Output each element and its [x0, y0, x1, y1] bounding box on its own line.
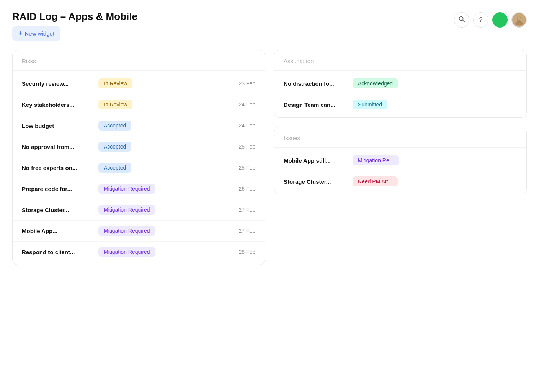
status-badge: Mitigation Required [98, 205, 155, 215]
status-badge: Need PM Att... [353, 176, 398, 186]
row-badge-wrap: Mitigation Required [98, 247, 238, 257]
row-name: No free experts on... [22, 165, 98, 171]
table-row[interactable]: Prepare code for...Mitigation Required26… [13, 178, 265, 199]
table-row[interactable]: Security review...In Review23 Feb [13, 73, 265, 94]
row-date: 26 Feb [238, 186, 255, 192]
status-badge: Mitigation Required [98, 226, 155, 236]
search-icon [458, 16, 465, 24]
row-badge-wrap: Need PM Att... [353, 176, 517, 186]
page-header: RAID Log – Apps & Mobile + New widget ? … [12, 11, 527, 41]
right-panels: Assumption No distraction fo...Acknowled… [274, 50, 527, 194]
page-title: RAID Log – Apps & Mobile [12, 11, 137, 23]
row-name: Security review... [22, 80, 98, 87]
table-row[interactable]: No approval from...Accepted25 Feb [13, 136, 265, 157]
status-badge: Accepted [98, 163, 131, 173]
row-name: Mobile App still... [284, 157, 353, 164]
row-name: Key stakeholders... [22, 101, 98, 108]
table-row[interactable]: No distraction fo...Acknowledged [274, 73, 526, 94]
row-date: 24 Feb [238, 101, 255, 108]
status-badge: In Review [98, 100, 132, 109]
row-name: Mobile App... [22, 228, 98, 234]
row-date: 25 Feb [238, 165, 255, 171]
row-badge-wrap: Mitigation Required [98, 226, 238, 236]
issues-panel-title: Issues [274, 127, 526, 148]
add-button[interactable]: + [492, 12, 508, 28]
status-badge: In Review [98, 78, 132, 88]
table-row[interactable]: No free experts on...Accepted25 Feb [13, 157, 265, 178]
table-row[interactable]: Low budgetAccepted24 Feb [13, 115, 265, 136]
row-date: 25 Feb [238, 144, 255, 150]
assumption-panel-title: Assumption [274, 50, 526, 71]
help-button[interactable]: ? [473, 12, 488, 28]
row-badge-wrap: Submitted [353, 100, 517, 109]
row-name: Prepare code for... [22, 186, 98, 192]
help-icon: ? [479, 16, 482, 24]
row-badge-wrap: In Review [98, 100, 238, 109]
row-name: No approval from... [22, 144, 98, 150]
row-badge-wrap: Acknowledged [353, 78, 517, 88]
row-date: 27 Feb [238, 207, 255, 213]
assumption-rows: No distraction fo...AcknowledgedDesign T… [274, 71, 526, 117]
plus-icon: + [18, 29, 23, 38]
table-row[interactable]: Storage Cluster...Mitigation Required27 … [13, 199, 265, 220]
row-badge-wrap: Accepted [98, 163, 238, 173]
svg-line-1 [463, 20, 465, 22]
table-row[interactable]: Mobile App...Mitigation Required27 Feb [13, 220, 265, 242]
row-badge-wrap: Mitigation Re... [353, 155, 517, 165]
row-badge-wrap: Mitigation Required [98, 184, 238, 194]
status-badge: Mitigation Re... [353, 155, 399, 165]
header-left: RAID Log – Apps & Mobile + New widget [12, 11, 137, 41]
row-name: No distraction fo... [284, 80, 353, 87]
status-badge: Acknowledged [353, 78, 398, 88]
risks-panel: Risks Security review...In Review23 FebK… [12, 50, 265, 265]
table-row[interactable]: Key stakeholders...In Review24 Feb [13, 94, 265, 115]
risks-panel-title: Risks [13, 50, 265, 71]
table-row[interactable]: Respond to client...Mitigation Required2… [13, 242, 265, 262]
row-date: 28 Feb [238, 249, 255, 255]
avatar[interactable] [511, 12, 527, 28]
status-badge: Accepted [98, 142, 131, 152]
table-row[interactable]: Design Team can...Submitted [274, 94, 526, 115]
row-name: Storage Cluster... [22, 207, 98, 213]
issues-panel: Issues Mobile App still...Mitigation Re.… [274, 127, 527, 194]
row-name: Design Team can... [284, 101, 353, 108]
status-badge: Submitted [353, 100, 387, 109]
new-widget-label: New widget [25, 30, 55, 37]
assumption-panel: Assumption No distraction fo...Acknowled… [274, 50, 527, 118]
row-badge-wrap: Mitigation Required [98, 205, 238, 215]
table-row[interactable]: Mobile App still...Mitigation Re... [274, 150, 526, 171]
status-badge: Mitigation Required [98, 184, 155, 194]
search-button[interactable] [454, 12, 469, 28]
row-name: Respond to client... [22, 249, 98, 255]
row-date: 23 Feb [238, 80, 255, 87]
header-actions: ? + [454, 12, 527, 28]
status-badge: Accepted [98, 121, 131, 131]
add-icon: + [497, 15, 503, 24]
issues-rows: Mobile App still...Mitigation Re...Stora… [274, 148, 526, 194]
risks-rows: Security review...In Review23 FebKey sta… [13, 71, 265, 265]
table-row[interactable]: Storage Cluster...Need PM Att... [274, 171, 526, 192]
row-badge-wrap: In Review [98, 78, 238, 88]
svg-point-4 [517, 17, 521, 20]
row-badge-wrap: Accepted [98, 121, 238, 131]
row-date: 27 Feb [238, 228, 255, 234]
row-name: Storage Cluster... [284, 178, 353, 185]
row-date: 24 Feb [238, 122, 255, 129]
main-content: Risks Security review...In Review23 FebK… [12, 50, 527, 265]
status-badge: Mitigation Required [98, 247, 155, 257]
row-name: Low budget [22, 122, 98, 129]
row-badge-wrap: Accepted [98, 142, 238, 152]
new-widget-button[interactable]: + New widget [12, 26, 60, 41]
